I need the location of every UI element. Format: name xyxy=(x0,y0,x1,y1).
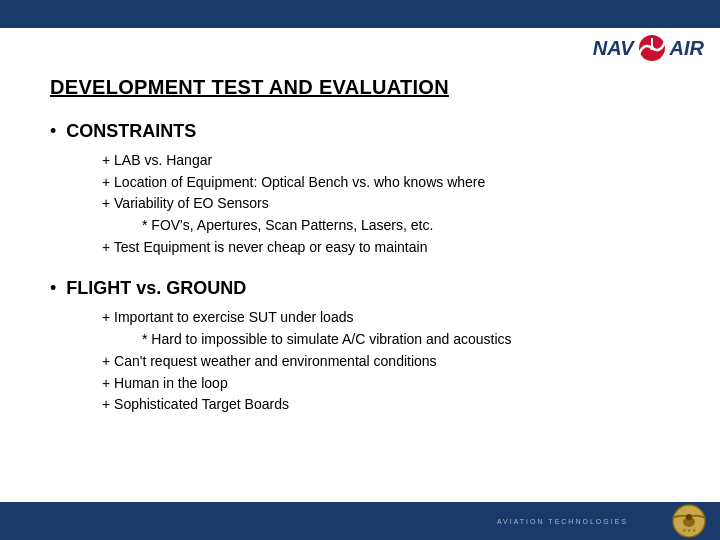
top-bar xyxy=(0,0,720,28)
list-item: * FOV's, Apertures, Scan Patterns, Laser… xyxy=(102,215,670,237)
list-item: + Location of Equipment: Optical Bench v… xyxy=(102,172,670,194)
list-item: + Important to exercise SUT under loads xyxy=(102,307,670,329)
bottom-label-text: AVIATION TECHNOLOGIES xyxy=(14,518,672,525)
slide-title: DEVELOPMENT TEST AND EVALUATION xyxy=(50,76,670,99)
flight-vs-ground-items: + Important to exercise SUT under loads … xyxy=(50,307,670,415)
list-item: + Sophisticated Target Boards xyxy=(102,394,670,416)
flight-vs-ground-bullet: • xyxy=(50,278,56,299)
slide: NAV AIR DEVELOPMENT TEST AND EVALUATION … xyxy=(0,0,720,540)
constraints-header: • CONSTRAINTS xyxy=(50,121,670,142)
bottom-bar: AVIATION TECHNOLOGIES ★ ★ ★ xyxy=(0,502,720,540)
flight-vs-ground-title: FLIGHT vs. GROUND xyxy=(66,278,246,299)
logo-emblem-icon xyxy=(634,34,670,62)
constraints-bullet: • xyxy=(50,121,56,142)
logo-air-text: AIR xyxy=(670,37,704,60)
constraints-title: CONSTRAINTS xyxy=(66,121,196,142)
content-area: DEVELOPMENT TEST AND EVALUATION • CONSTR… xyxy=(0,66,720,502)
header-row: NAV AIR xyxy=(0,28,720,66)
list-item: * Hard to impossible to simulate A/C vib… xyxy=(102,329,670,351)
list-item: + Can't request weather and environmenta… xyxy=(102,351,670,373)
list-item: + Test Equipment is never cheap or easy … xyxy=(102,237,670,259)
svg-text:★ ★ ★: ★ ★ ★ xyxy=(682,527,698,533)
svg-point-1 xyxy=(650,46,654,50)
constraints-items: + LAB vs. Hangar + Location of Equipment… xyxy=(50,150,670,258)
flight-vs-ground-section: • FLIGHT vs. GROUND + Important to exerc… xyxy=(50,278,670,415)
flight-vs-ground-header: • FLIGHT vs. GROUND xyxy=(50,278,670,299)
navair-logo: NAV AIR xyxy=(593,34,704,62)
logo-nav-text: NAV xyxy=(593,37,634,60)
constraints-section: • CONSTRAINTS + LAB vs. Hangar + Locatio… xyxy=(50,121,670,258)
list-item: + Variability of EO Sensors xyxy=(102,193,670,215)
svg-point-4 xyxy=(686,514,692,520)
list-item: + Human in the loop xyxy=(102,373,670,395)
list-item: + LAB vs. Hangar xyxy=(102,150,670,172)
bottom-emblem-icon: ★ ★ ★ xyxy=(672,504,706,538)
